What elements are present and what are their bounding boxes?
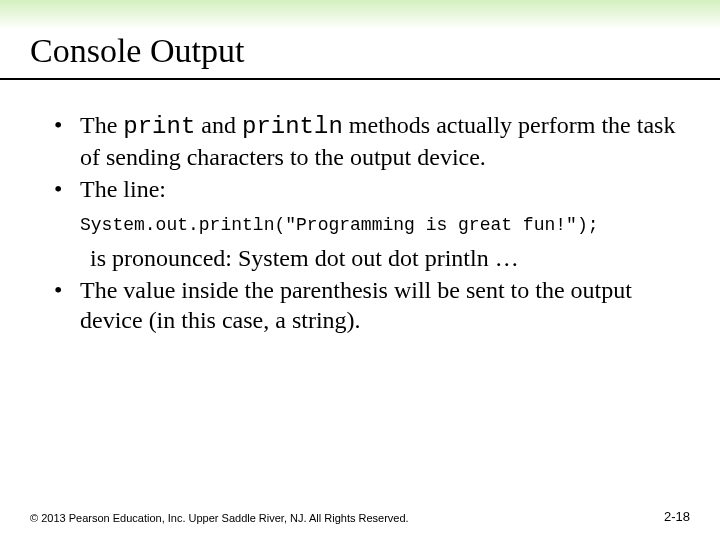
bullet-item: • The print and println methods actually…: [54, 110, 690, 172]
top-gradient: [0, 0, 720, 30]
slide-title: Console Output: [30, 32, 244, 70]
text-fragment: and: [195, 112, 242, 138]
bullet-item: • The line:: [54, 174, 690, 204]
bullet-mark: •: [54, 110, 80, 172]
code-line: System.out.println("Programming is great…: [80, 214, 690, 237]
continuation-text: is pronounced: System dot out dot printl…: [90, 243, 690, 273]
slide-content: • The print and println methods actually…: [54, 110, 690, 337]
slide-number: 2-18: [664, 509, 690, 524]
inline-code: println: [242, 113, 343, 140]
bullet-mark: •: [54, 275, 80, 335]
bullet-mark: •: [54, 174, 80, 204]
bullet-item: • The value inside the parenthesis will …: [54, 275, 690, 335]
bullet-text: The value inside the parenthesis will be…: [80, 275, 690, 335]
bullet-text: The line:: [80, 174, 690, 204]
bullet-text: The print and println methods actually p…: [80, 110, 690, 172]
text-fragment: The: [80, 112, 123, 138]
inline-code: print: [123, 113, 195, 140]
footer-copyright: © 2013 Pearson Education, Inc. Upper Sad…: [30, 512, 409, 524]
title-underline: [0, 78, 720, 80]
